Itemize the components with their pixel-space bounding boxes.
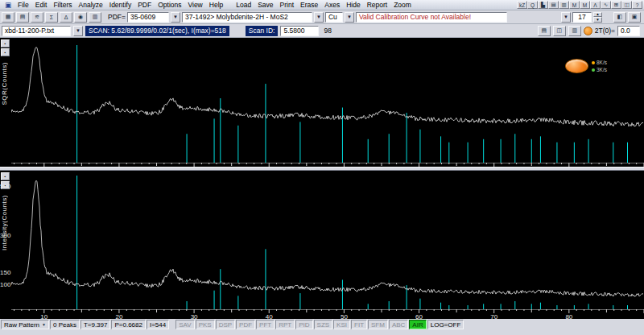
abc-button[interactable]: ABC	[389, 320, 408, 329]
menu-analyze[interactable]: Analyze	[76, 1, 106, 9]
sfm-button[interactable]: SFM	[368, 320, 388, 329]
pid-button[interactable]: PID	[295, 320, 312, 329]
scan-bar: xbd-11-200-P.txt ▼ SCAN: 5.62/89.9999/0.…	[0, 24, 644, 38]
help-icon[interactable]: ?	[632, 1, 642, 9]
pft-button[interactable]: PFT	[256, 320, 275, 329]
menu-help[interactable]: Help	[206, 1, 226, 9]
top-panel-plot[interactable]	[11, 38, 644, 167]
scan-id-label: Scan ID:	[246, 26, 279, 36]
overlay-icon[interactable]: ⊞	[611, 1, 621, 9]
y-tick-label: 100	[0, 281, 10, 288]
xray-status-icon[interactable]	[565, 59, 588, 73]
delta-icon[interactable]: Δ	[60, 12, 72, 23]
pks-button[interactable]: PKS	[196, 320, 215, 329]
fit-button[interactable]: FIT	[351, 320, 367, 329]
anode-combo[interactable]: Cu	[325, 12, 343, 23]
settings-icon[interactable]: ◧	[613, 12, 626, 23]
two-theta-offset-label: 2T(0)=	[595, 27, 615, 35]
pdf-toolbar: ▦ ▤ ≋ Σ Δ ◉ ▥ PDF= 35-0609 ▼ 37-1492> Mo…	[0, 10, 644, 24]
pdf-number-dropdown-icon[interactable]: ▼	[171, 12, 180, 23]
counter-field[interactable]: 17	[572, 12, 592, 23]
counter-spinner[interactable]: ▲ ▼	[593, 12, 602, 23]
sav-button[interactable]: SAV	[175, 320, 194, 329]
x-tick-label: 70	[490, 313, 497, 319]
menu-pdf[interactable]: PDF	[134, 1, 155, 9]
menu-report[interactable]: Report	[364, 1, 391, 9]
two-theta-offset-field[interactable]: 0.0	[617, 26, 640, 36]
split-view-icon[interactable]: ◫	[553, 26, 566, 36]
ksi-button[interactable]: KSI	[333, 320, 350, 329]
spin-down-icon[interactable]: ▼	[593, 17, 602, 23]
menu-load[interactable]: Load	[233, 1, 254, 9]
counter-decrement-icon[interactable]: ▼	[561, 12, 571, 23]
pdf-label: PDF=	[108, 13, 126, 21]
cursor-mode-icon[interactable]: ▥	[568, 26, 581, 36]
cursor-two-theta: T=9.397	[80, 320, 111, 329]
phase-combo[interactable]: 37-1492> Molybdenite-2H - MoS2	[182, 12, 312, 23]
menu-print[interactable]: Print	[277, 1, 297, 9]
peak-fit-icon[interactable]: M	[580, 1, 590, 9]
menu-identify[interactable]: Identify	[106, 1, 134, 9]
cursor-intensity: I=544	[147, 320, 169, 329]
dsp-button[interactable]: DSP	[216, 320, 235, 329]
menu-file[interactable]: File	[14, 1, 32, 9]
grid-icon[interactable]: ▤	[548, 1, 559, 9]
chevron-down-icon: ▼	[42, 322, 46, 327]
peak-label-icon[interactable]: M	[569, 1, 580, 9]
menu-zoom[interactable]: Zoom	[390, 1, 415, 9]
zoom-tool-icon[interactable]: kZ	[517, 1, 527, 9]
open-file-icon[interactable]: ▦	[2, 12, 14, 23]
instrument-status-icon[interactable]	[584, 27, 592, 35]
card-icon[interactable]: ▥	[89, 12, 101, 23]
status-bar: Raw Pattern▼ 0 Peaks T=9.397 P=0.6682 I=…	[0, 319, 644, 330]
rpt-button[interactable]: RPT	[275, 320, 295, 329]
anode-combo-dropdown-icon[interactable]: ▼	[345, 12, 354, 23]
menu-erase[interactable]: Erase	[297, 1, 321, 9]
log-toggle-button[interactable]: LOG=OFF	[427, 320, 464, 329]
sum-icon[interactable]: Σ	[45, 12, 58, 23]
menu-bar: ▣ File Edit Filters Analyze Identify PDF…	[0, 0, 644, 10]
fill-area-icon[interactable]: ▙	[538, 1, 548, 9]
smoothing-icon[interactable]: ∿	[601, 1, 611, 9]
panel-options-icon[interactable]: ▪	[1, 48, 10, 56]
menu-save[interactable]: Save	[254, 1, 276, 9]
x-tick-label: 80	[565, 313, 572, 319]
pattern-mode-combo[interactable]: Raw Pattern▼	[1, 320, 49, 329]
bottom-panel-plot[interactable]: 1020304050607080	[11, 171, 644, 319]
menu-edit[interactable]: Edit	[32, 1, 51, 9]
save-file-icon[interactable]: ▤	[16, 12, 29, 23]
scan-file-dropdown-icon[interactable]: ▼	[73, 26, 83, 36]
menu-options[interactable]: Options	[155, 1, 184, 9]
top-panel-buttons: ▪ ▪	[1, 39, 10, 56]
scan-id-field[interactable]: 5.5800	[280, 26, 319, 36]
panel-maximize-icon[interactable]: ▪	[1, 172, 10, 180]
calibration-warning: Valid Calibration Curve not Available!	[356, 12, 507, 23]
scan-info-label: SCAN: 5.62/89.9999/0.02/1(sec), I(max)=5…	[85, 26, 229, 36]
target-icon[interactable]: ◉	[74, 12, 87, 23]
scan-file-combo[interactable]: xbd-11-200-P.txt	[2, 26, 71, 36]
air-button[interactable]: AIR	[409, 320, 426, 329]
pan-icon[interactable]: ▤	[538, 26, 551, 36]
menu-axes[interactable]: Axes	[321, 1, 343, 9]
panel-maximize-icon[interactable]: ▪	[1, 39, 10, 48]
pdf-number-field[interactable]: 35-0609	[127, 12, 169, 23]
y-tick-label: 150	[0, 269, 10, 276]
window-layout-icon[interactable]: ▣	[628, 12, 641, 23]
x-tick-label: 10	[40, 313, 47, 319]
pdf-button[interactable]: PDF	[236, 320, 255, 329]
search-icon[interactable]: Q	[527, 1, 538, 9]
lambda-icon[interactable]: Λ	[590, 1, 601, 9]
overlay-patterns-icon[interactable]: ≋	[31, 12, 43, 23]
phase-combo-dropdown-icon[interactable]: ▼	[314, 12, 324, 23]
x-tick-label: 30	[191, 313, 198, 319]
szs-button[interactable]: SZS	[314, 320, 333, 329]
tile-windows-icon[interactable]: ◫	[621, 1, 632, 9]
menu-hide[interactable]: Hide	[343, 1, 363, 9]
cursor-d-spacing: P=0.6682	[111, 320, 145, 329]
jade-application-window: ▣ File Edit Filters Analyze Identify PDF…	[0, 0, 644, 335]
menu-view[interactable]: View	[184, 1, 205, 9]
bottom-panel-y-axis-label: Intensity(Counts)	[1, 195, 8, 250]
y-tick-label: 500	[0, 183, 10, 190]
table-icon[interactable]: ▥	[559, 1, 569, 9]
menu-filters[interactable]: Filters	[50, 1, 75, 9]
